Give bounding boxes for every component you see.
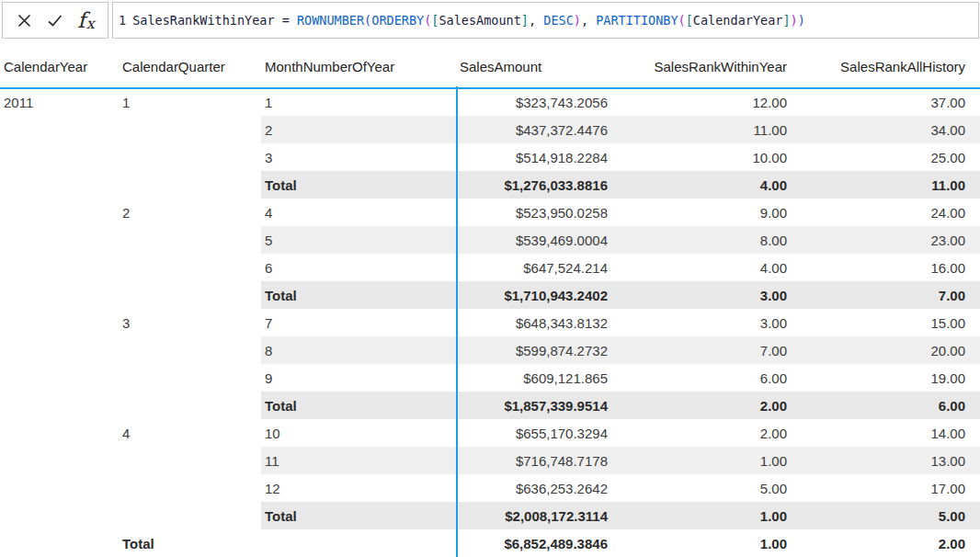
cell: 11.00 [611, 116, 789, 143]
cancel-icon [16, 12, 33, 29]
line-number: 1 [113, 13, 132, 28]
cell [120, 143, 261, 171]
column-header-calendaryear[interactable]: CalendarYear [0, 40, 120, 88]
cell [0, 116, 120, 143]
cell: 15.00 [789, 309, 980, 336]
cell: 14.00 [789, 419, 980, 447]
formula-token: PARTITIONBY [596, 13, 678, 28]
fx-button[interactable]: fx [77, 10, 95, 31]
table-row[interactable]: 6$647,524.2144.0016.00 [0, 254, 980, 281]
commit-button[interactable] [46, 12, 64, 29]
formula-token: ) [574, 13, 581, 28]
table-row[interactable]: 9$609,121.8656.0019.00 [0, 364, 980, 392]
cell [0, 226, 120, 254]
cell: 7.00 [611, 336, 789, 364]
cell: $523,950.0258 [457, 199, 611, 226]
cell: 8 [261, 336, 457, 364]
cell: 2 [261, 116, 457, 143]
cell: 11 [261, 447, 457, 474]
cell [120, 392, 261, 419]
table-row[interactable]: Total$1,857,339.95142.006.00 [0, 392, 980, 419]
cell: $599,874.2732 [457, 336, 611, 364]
formula-token: [ [686, 13, 693, 28]
table-row[interactable]: 201111$323,743.205612.0037.00 [0, 88, 980, 116]
cell: 6 [261, 254, 457, 281]
cell: Total [261, 392, 457, 419]
cell [0, 254, 120, 281]
cell: 2.00 [611, 419, 789, 447]
fx-icon: fx [77, 10, 95, 31]
column-header-salesrankwithinyear[interactable]: SalesRankWithinYear [611, 40, 789, 88]
table-row[interactable]: 8$599,874.27327.0020.00 [0, 336, 980, 364]
formula-token: ] [521, 13, 529, 28]
cell: 1.00 [611, 502, 789, 529]
cell: 9.00 [611, 199, 789, 226]
cell [120, 226, 261, 254]
formula-input[interactable]: 1 SalesRankWithinYear = ROWNUMBER(ORDERB… [112, 2, 979, 39]
cell: 24.00 [789, 199, 980, 226]
cell: 23.00 [789, 226, 980, 254]
cancel-button[interactable] [16, 12, 33, 29]
cell: 8.00 [611, 226, 789, 254]
cell: Total [261, 502, 457, 529]
formula-token: DESC [543, 13, 574, 28]
cell [0, 392, 120, 419]
cell: $2,008,172.3114 [457, 502, 611, 529]
column-header-monthnumberofyear[interactable]: MonthNumberOfYear [261, 40, 457, 88]
table-row[interactable]: Total$1,276,033.88164.0011.00 [0, 171, 980, 199]
cell: $1,276,033.8816 [457, 171, 611, 199]
column-header-calendarquarter[interactable]: CalendarQuarter [120, 40, 261, 88]
cell: 12 [261, 474, 457, 502]
cell [120, 116, 261, 143]
cell: $647,524.214 [457, 254, 611, 281]
cell: 5 [261, 226, 457, 254]
column-header-salesrankallhistory[interactable]: SalesRankAllHistory [789, 40, 980, 88]
table-row[interactable]: Total$6,852,489.38461.002.00 [0, 529, 980, 557]
cell [0, 529, 120, 557]
cell: 4.00 [611, 171, 789, 199]
cell: 2.00 [611, 392, 789, 419]
cell: $514,918.2284 [457, 143, 611, 171]
formula-token: ORDERBY [371, 13, 424, 28]
cell: 1.00 [611, 529, 789, 557]
cell: 16.00 [789, 254, 980, 281]
cell: 2011 [0, 88, 120, 116]
cell [120, 336, 261, 364]
cell: 25.00 [789, 143, 980, 171]
formula-action-box: fx [2, 2, 108, 39]
cell: 1.00 [611, 447, 789, 474]
cell: 10.00 [611, 143, 789, 171]
cell: $539,469.0004 [457, 226, 611, 254]
formula-token: SalesRankWithinYear = [132, 13, 297, 28]
cell [0, 336, 120, 364]
cell [261, 529, 457, 557]
table-row[interactable]: 5$539,469.00048.0023.00 [0, 226, 980, 254]
cell [0, 447, 120, 474]
cell [120, 474, 261, 502]
table-row[interactable]: 12$636,253.26425.0017.00 [0, 474, 980, 502]
cell: Total [120, 529, 261, 557]
cell: 1 [261, 88, 457, 116]
column-header-salesamount[interactable]: SalesAmount [457, 40, 611, 88]
table-row[interactable]: 24$523,950.02589.0024.00 [0, 199, 980, 226]
cell: $1,857,339.9514 [457, 392, 611, 419]
cell [0, 419, 120, 447]
cell [120, 171, 261, 199]
table-row[interactable]: 2$437,372.447611.0034.00 [0, 116, 980, 143]
table-row[interactable]: 11$716,748.71781.0013.00 [0, 447, 980, 474]
cell: 3.00 [611, 281, 789, 309]
table-row[interactable]: 3$514,918.228410.0025.00 [0, 143, 980, 171]
table-row[interactable]: 37$648,343.81323.0015.00 [0, 309, 980, 336]
cell: $1,710,943.2402 [457, 281, 611, 309]
table-row[interactable]: Total$1,710,943.24023.007.00 [0, 281, 980, 309]
cell [0, 171, 120, 199]
cell: $648,343.8132 [457, 309, 611, 336]
cell: 20.00 [789, 336, 980, 364]
cell: $636,253.2642 [457, 474, 611, 502]
cell: 6.00 [611, 364, 789, 392]
cell: Total [261, 281, 457, 309]
table-row[interactable]: Total$2,008,172.31141.005.00 [0, 502, 980, 529]
table-row[interactable]: 410$655,170.32942.0014.00 [0, 419, 980, 447]
cell [0, 364, 120, 392]
cell: 9 [261, 364, 457, 392]
